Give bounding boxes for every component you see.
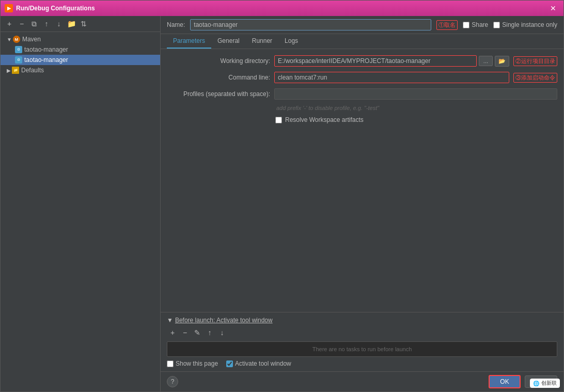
working-dir-wrapper: ... 📂	[274, 55, 509, 67]
single-instance-group: Single instance only	[493, 21, 557, 28]
maven-group-label: Maven	[22, 36, 41, 43]
before-launch-edit-button[interactable]: ✎	[192, 327, 203, 338]
single-instance-label: Single instance only	[502, 21, 557, 28]
activate-tool-option: Activate tool window	[226, 360, 291, 367]
main-content: + − ⧉ ↑ ↓ 📁 ⇅ ▼ M Maven	[1, 16, 563, 391]
defaults-expand-arrow: ▶	[7, 68, 11, 73]
browse-button[interactable]: ...	[479, 56, 493, 66]
before-launch-toolbar: + − ✎ ↑ ↓	[167, 327, 557, 338]
title-bar: ▶ Run/Debug Configurations ✕	[1, 1, 563, 16]
working-dir-row: Working directory: ... 📂 ②运行项目目录	[167, 55, 557, 67]
ok-button[interactable]: OK	[489, 375, 520, 388]
profiles-row: Profiles (separated with space):	[167, 88, 557, 100]
watermark-text: 创新联	[541, 380, 557, 387]
name-annotation: ①取名	[436, 20, 458, 30]
resolve-label: Resolve Workspace artifacts	[285, 116, 364, 123]
tree-item-taotao-1[interactable]: ⚙ taotao-manager	[1, 44, 160, 55]
tab-logs[interactable]: Logs	[278, 34, 304, 49]
bottom-bar: ? OK Cancel	[161, 371, 563, 391]
working-dir-icon-button[interactable]: 📂	[495, 56, 509, 67]
config-icon-2: ⚙	[15, 56, 22, 64]
folder-button[interactable]: 📁	[66, 18, 77, 29]
working-dir-annotation: ②运行项目目录	[513, 56, 557, 66]
resolve-checkbox[interactable]	[275, 117, 282, 123]
cmd-annotation: ③添加启动命令	[513, 73, 557, 83]
tree-defaults[interactable]: ▶ 📁 Defaults	[1, 65, 160, 75]
sort-button[interactable]: ⇅	[78, 18, 89, 29]
move-up-button[interactable]: ↑	[41, 18, 52, 29]
tree-maven-group[interactable]: ▼ M Maven	[1, 34, 160, 44]
help-button[interactable]: ?	[167, 376, 178, 387]
close-button[interactable]: ✕	[547, 3, 559, 13]
copy-config-button[interactable]: ⧉	[28, 18, 40, 29]
right-panel: Name: ①取名 Share Single instance only Par…	[161, 16, 563, 391]
before-launch-remove-button[interactable]: −	[179, 327, 191, 338]
watermark: 🌐 创新联	[530, 379, 560, 388]
activate-tool-checkbox[interactable]	[226, 360, 233, 367]
tab-runner[interactable]: Runner	[246, 34, 278, 49]
tabs-bar: Parameters General Runner Logs	[161, 34, 563, 49]
tab-general[interactable]: General	[211, 34, 246, 49]
before-launch-options: Show this page Activate tool window	[167, 360, 557, 367]
cmd-row: Command line: ③添加启动命令	[167, 72, 557, 83]
tree-item-taotao-2[interactable]: ⚙ taotao-manager	[1, 55, 160, 65]
before-launch-add-button[interactable]: +	[167, 327, 178, 338]
profiles-hint-row: add prefix '-' to disable profile, e.g. …	[167, 105, 557, 111]
before-launch-down-button[interactable]: ↓	[216, 327, 228, 338]
form-area: Working directory: ... 📂 ②运行项目目录 Command…	[161, 49, 563, 312]
name-input[interactable]	[190, 19, 431, 30]
defaults-label: Defaults	[21, 67, 44, 74]
dialog-icon: ▶	[5, 4, 13, 12]
activate-tool-label: Activate tool window	[235, 360, 291, 367]
before-launch-empty-text: There are no tasks to run before launch	[312, 346, 412, 352]
name-label: Name:	[167, 21, 185, 28]
before-launch-up-button[interactable]: ↑	[204, 327, 215, 338]
config-icon-1: ⚙	[15, 46, 22, 53]
defaults-folder-icon: 📁	[12, 67, 19, 74]
resolve-row: Resolve Workspace artifacts	[167, 116, 557, 123]
share-group: Share	[463, 21, 488, 28]
dialog-title: Run/Debug Configurations	[16, 5, 547, 12]
cmd-label: Command line:	[167, 74, 270, 81]
show-page-option: Show this page	[167, 360, 218, 367]
show-page-label: Show this page	[176, 360, 218, 367]
single-instance-checkbox[interactable]	[493, 22, 500, 28]
add-config-button[interactable]: +	[4, 18, 15, 29]
config-tree: ▼ M Maven ⚙ taotao-manager ⚙ taotao-mana…	[1, 32, 160, 391]
move-down-button[interactable]: ↓	[53, 18, 65, 29]
tree-item-label-2: taotao-manager	[24, 56, 68, 64]
tab-parameters[interactable]: Parameters	[167, 34, 211, 49]
sidebar-toolbar: + − ⧉ ↑ ↓ 📁 ⇅	[1, 16, 160, 32]
profiles-hint: add prefix '-' to disable profile, e.g. …	[274, 105, 379, 111]
cmd-wrapper	[274, 72, 509, 83]
run-debug-dialog: ▶ Run/Debug Configurations ✕ + − ⧉ ↑ ↓ 📁…	[0, 0, 564, 392]
top-bar: Name: ①取名 Share Single instance only	[161, 16, 563, 34]
working-dir-label: Working directory:	[167, 57, 270, 65]
maven-icon: M	[13, 36, 20, 43]
sidebar: + − ⧉ ↑ ↓ 📁 ⇅ ▼ M Maven	[1, 16, 161, 391]
before-launch-section: ▼ Before launch: Activate tool window + …	[161, 312, 563, 371]
share-label: Share	[472, 21, 488, 28]
profiles-label: Profiles (separated with space):	[167, 90, 270, 98]
show-page-checkbox[interactable]	[167, 360, 174, 367]
tree-item-label-1: taotao-manager	[24, 46, 68, 53]
remove-config-button[interactable]: −	[16, 18, 27, 29]
watermark-icon: 🌐	[533, 381, 539, 386]
before-launch-expand-icon: ▼	[167, 317, 173, 324]
before-launch-header: ▼ Before launch: Activate tool window	[167, 317, 557, 324]
profiles-input[interactable]	[274, 88, 557, 100]
maven-expand-arrow: ▼	[7, 37, 12, 42]
before-launch-list: There are no tasks to run before launch	[167, 341, 557, 357]
working-dir-input[interactable]	[274, 55, 477, 67]
cmd-input[interactable]	[274, 72, 509, 83]
before-launch-title[interactable]: Before launch: Activate tool window	[175, 317, 273, 324]
share-checkbox[interactable]	[463, 22, 469, 28]
